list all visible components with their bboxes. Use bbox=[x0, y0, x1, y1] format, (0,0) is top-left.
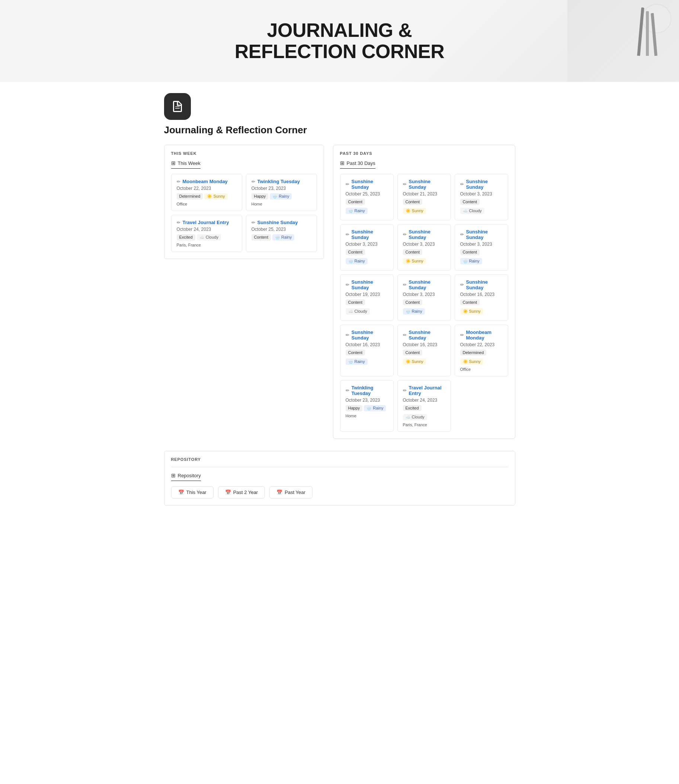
journal-card[interactable]: ✏Travel Journal EntryOctober 24, 2023Exc… bbox=[171, 215, 242, 252]
card-title-row: ✏Sunshine Sunday bbox=[460, 179, 503, 190]
repository-view-row[interactable]: ⊞ Repository bbox=[171, 472, 201, 481]
card-title: Travel Journal Entry bbox=[183, 220, 229, 225]
app-icon-wrapper bbox=[164, 93, 515, 120]
card-weather-tag: ☀️ Sunny bbox=[403, 359, 426, 365]
card-date: October 3, 2023 bbox=[346, 241, 388, 247]
card-title: Sunshine Sunday bbox=[409, 329, 445, 340]
card-weather-tag: 🌧️ Rainy bbox=[346, 208, 368, 214]
journal-card[interactable]: ✏Sunshine SundayOctober 21, 2023Content☀… bbox=[397, 174, 451, 220]
card-title: Twinkling Tuesday bbox=[257, 179, 300, 184]
card-mood-tag: Content bbox=[403, 299, 422, 305]
this-week-cards-grid: ✏Moonbeam MondayOctober 22, 2023Determin… bbox=[171, 174, 317, 252]
card-date: October 22, 2023 bbox=[460, 342, 503, 347]
card-title: Sunshine Sunday bbox=[409, 179, 445, 190]
past30-section: PAST 30 DAYS ⊞ Past 30 Days ✏Sunshine Su… bbox=[333, 145, 515, 439]
card-weather-tag: ☀️ Sunny bbox=[403, 258, 426, 264]
repo-button-label: Past 2 Year bbox=[233, 489, 258, 495]
journal-card[interactable]: ✏Sunshine SundayOctober 16, 2023Content☀… bbox=[455, 274, 508, 321]
journal-card[interactable]: ✏Sunshine SundayOctober 3, 2023Content🌧️… bbox=[455, 224, 508, 271]
repository-view-label: Repository bbox=[178, 473, 201, 478]
card-weather-tag: ☁️ Cloudy bbox=[460, 208, 484, 214]
card-edit-icon: ✏ bbox=[346, 182, 349, 187]
journal-card[interactable]: ✏Moonbeam MondayOctober 22, 2023Determin… bbox=[455, 325, 508, 376]
card-title: Moonbeam Monday bbox=[466, 329, 503, 340]
card-date: October 3, 2023 bbox=[403, 241, 445, 247]
app-icon bbox=[164, 93, 191, 120]
card-title: Sunshine Sunday bbox=[352, 179, 388, 190]
journal-card[interactable]: ✏Travel Journal EntryOctober 24, 2023Exc… bbox=[397, 380, 451, 432]
card-mood-tag: Content bbox=[403, 350, 422, 356]
card-location: Paris, France bbox=[403, 423, 445, 427]
card-title-row: ✏Sunshine Sunday bbox=[403, 279, 445, 290]
card-date: October 3, 2023 bbox=[460, 241, 503, 247]
repository-section: REPOSITORY ⊞ Repository 📅This Year📅Past … bbox=[164, 451, 515, 505]
card-title-row: ✏Sunshine Sunday bbox=[346, 229, 388, 240]
card-title-row: ✏Travel Journal Entry bbox=[177, 220, 236, 225]
card-tags-row: Content🌧️ Rainy bbox=[346, 249, 388, 266]
card-date: October 19, 2023 bbox=[346, 292, 388, 297]
card-edit-icon: ✏ bbox=[177, 220, 180, 225]
journal-card[interactable]: ✏Sunshine SundayOctober 3, 2023Content🌧️… bbox=[340, 224, 394, 271]
card-date: October 24, 2023 bbox=[403, 398, 445, 403]
card-title: Sunshine Sunday bbox=[352, 329, 388, 340]
card-title: Sunshine Sunday bbox=[466, 229, 503, 240]
card-title: Travel Journal Entry bbox=[409, 385, 445, 396]
card-title: Sunshine Sunday bbox=[409, 279, 445, 290]
card-date: October 23, 2023 bbox=[346, 398, 388, 403]
card-mood-tag: Excited bbox=[177, 234, 196, 240]
pencil-decoration bbox=[638, 8, 657, 57]
journal-card[interactable]: ✏Sunshine SundayOctober 16, 2023Content🌧… bbox=[340, 325, 394, 376]
journal-card[interactable]: ✏Sunshine SundayOctober 16, 2023Content☀… bbox=[397, 325, 451, 376]
card-location: Paris, France bbox=[177, 243, 236, 247]
card-title-row: ✏Sunshine Sunday bbox=[346, 329, 388, 340]
card-tags-row: Excited☁️ Cloudy bbox=[177, 234, 236, 242]
card-tags-row: Excited☁️ Cloudy bbox=[403, 405, 445, 422]
this-week-section: THIS WEEK ⊞ This Week ✏Moonbeam MondayOc… bbox=[164, 145, 324, 259]
main-content: Journaling & Reflection Corner THIS WEEK… bbox=[149, 82, 530, 521]
card-title: Moonbeam Monday bbox=[183, 179, 228, 184]
card-weather-tag: ☀️ Sunny bbox=[204, 193, 227, 199]
card-tags-row: Happy🌧️ Rainy bbox=[252, 193, 311, 201]
past30-label: PAST 30 DAYS bbox=[340, 151, 508, 155]
journal-card[interactable]: ✏Sunshine SundayOctober 19, 2023Content☁… bbox=[340, 274, 394, 321]
card-mood-tag: Content bbox=[460, 299, 480, 305]
repo-button-this-year[interactable]: 📅This Year bbox=[171, 486, 214, 499]
card-date: October 3, 2023 bbox=[403, 292, 445, 297]
card-date: October 16, 2023 bbox=[346, 342, 388, 347]
journal-card[interactable]: ✏Twinkling TuesdayOctober 23, 2023Happy🌧… bbox=[246, 174, 317, 211]
card-title-row: ✏Sunshine Sunday bbox=[460, 279, 503, 290]
journal-card[interactable]: ✏Sunshine SundayOctober 3, 2023Content☀️… bbox=[397, 224, 451, 271]
repo-button-past-2-year[interactable]: 📅Past 2 Year bbox=[218, 486, 265, 499]
card-date: October 23, 2023 bbox=[252, 186, 311, 191]
journal-card[interactable]: ✏Sunshine SundayOctober 25, 2023Content🌧… bbox=[246, 215, 317, 252]
grid-icon-past30: ⊞ bbox=[340, 160, 344, 166]
card-tags-row: Content🌧️ Rainy bbox=[346, 350, 388, 366]
card-tags-row: Content🌧️ Rainy bbox=[346, 199, 388, 216]
past30-view-row[interactable]: ⊞ Past 30 Days bbox=[340, 160, 375, 169]
repository-box: REPOSITORY ⊞ Repository 📅This Year📅Past … bbox=[164, 451, 515, 505]
card-tags-row: Content🌧️ Rainy bbox=[403, 299, 445, 316]
repo-button-label: This Year bbox=[186, 489, 207, 495]
card-edit-icon: ✏ bbox=[252, 179, 255, 184]
past30-view-label: Past 30 Days bbox=[347, 160, 375, 166]
repo-buttons-row: 📅This Year📅Past 2 Year📅Past Year bbox=[171, 486, 508, 499]
card-edit-icon: ✏ bbox=[460, 332, 464, 338]
card-title: Twinkling Tuesday bbox=[352, 385, 388, 396]
repository-label: REPOSITORY bbox=[171, 457, 508, 462]
card-weather-tag: 🌧️ Rainy bbox=[346, 359, 368, 365]
journal-card[interactable]: ✏Sunshine SundayOctober 3, 2023Content☁️… bbox=[455, 174, 508, 220]
journal-card[interactable]: ✏Sunshine SundayOctober 25, 2023Content🌧… bbox=[340, 174, 394, 220]
card-title-row: ✏Sunshine Sunday bbox=[252, 220, 311, 225]
card-date: October 24, 2023 bbox=[177, 227, 236, 232]
card-location: Home bbox=[346, 414, 388, 418]
card-title-row: ✏Sunshine Sunday bbox=[460, 229, 503, 240]
journal-card[interactable]: ✏Sunshine SundayOctober 3, 2023Content🌧️… bbox=[397, 274, 451, 321]
card-edit-icon: ✏ bbox=[460, 182, 464, 187]
card-mood-tag: Content bbox=[403, 249, 422, 255]
journal-card[interactable]: ✏Moonbeam MondayOctober 22, 2023Determin… bbox=[171, 174, 242, 211]
repo-button-past-year[interactable]: 📅Past Year bbox=[269, 486, 313, 499]
this-week-view-row[interactable]: ⊞ This Week bbox=[171, 160, 200, 169]
card-date: October 16, 2023 bbox=[460, 292, 503, 297]
journal-card[interactable]: ✏Twinkling TuesdayOctober 23, 2023Happy🌧… bbox=[340, 380, 394, 432]
card-title-row: ✏Sunshine Sunday bbox=[403, 179, 445, 190]
